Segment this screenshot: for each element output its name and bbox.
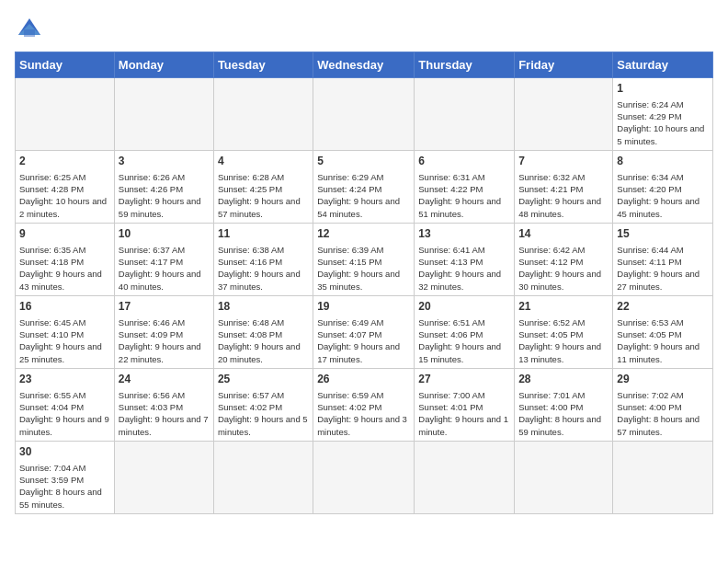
calendar-cell: 18Sunrise: 6:48 AM Sunset: 4:08 PM Dayli…	[213, 295, 313, 368]
day-number: 16	[19, 299, 110, 315]
day-number: 29	[617, 372, 709, 387]
day-number: 13	[418, 226, 510, 242]
calendar-cell: 22Sunrise: 6:53 AM Sunset: 4:05 PM Dayli…	[613, 295, 713, 368]
calendar-cell: 25Sunrise: 6:57 AM Sunset: 4:02 PM Dayli…	[213, 368, 313, 441]
calendar-week-row: 30Sunrise: 7:04 AM Sunset: 3:59 PM Dayli…	[16, 441, 713, 513]
day-info: Sunrise: 7:02 AM Sunset: 4:00 PM Dayligh…	[617, 389, 709, 438]
calendar-cell: 4Sunrise: 6:28 AM Sunset: 4:25 PM Daylig…	[213, 150, 313, 223]
day-info: Sunrise: 6:24 AM Sunset: 4:29 PM Dayligh…	[617, 98, 709, 147]
calendar-cell: 11Sunrise: 6:38 AM Sunset: 4:16 PM Dayli…	[213, 223, 313, 295]
calendar-cell: 24Sunrise: 6:56 AM Sunset: 4:03 PM Dayli…	[114, 368, 213, 441]
calendar-table: SundayMondayTuesdayWednesdayThursdayFrid…	[15, 52, 713, 514]
calendar-cell: 15Sunrise: 6:44 AM Sunset: 4:11 PM Dayli…	[613, 223, 713, 295]
page-header	[15, 15, 713, 40]
svg-rect-2	[24, 29, 35, 37]
calendar-week-row: 2Sunrise: 6:25 AM Sunset: 4:28 PM Daylig…	[16, 150, 713, 223]
calendar-week-row: 16Sunrise: 6:45 AM Sunset: 4:10 PM Dayli…	[16, 295, 713, 368]
calendar-cell: 14Sunrise: 6:42 AM Sunset: 4:12 PM Dayli…	[515, 223, 613, 295]
day-info: Sunrise: 7:00 AM Sunset: 4:01 PM Dayligh…	[418, 389, 510, 438]
calendar-cell: 17Sunrise: 6:46 AM Sunset: 4:09 PM Dayli…	[114, 295, 213, 368]
calendar-cell	[213, 441, 313, 513]
day-info: Sunrise: 6:57 AM Sunset: 4:02 PM Dayligh…	[218, 389, 309, 438]
day-number: 7	[518, 154, 609, 169]
day-info: Sunrise: 6:51 AM Sunset: 4:06 PM Dayligh…	[418, 316, 510, 365]
calendar-cell: 19Sunrise: 6:49 AM Sunset: 4:07 PM Dayli…	[313, 295, 415, 368]
day-info: Sunrise: 6:41 AM Sunset: 4:13 PM Dayligh…	[418, 244, 510, 293]
day-number: 23	[19, 372, 110, 387]
calendar-week-row: 9Sunrise: 6:35 AM Sunset: 4:18 PM Daylig…	[16, 223, 713, 295]
calendar-week-row: 23Sunrise: 6:55 AM Sunset: 4:04 PM Dayli…	[16, 368, 713, 441]
calendar-cell	[114, 78, 213, 151]
day-info: Sunrise: 6:55 AM Sunset: 4:04 PM Dayligh…	[19, 389, 110, 438]
day-info: Sunrise: 6:39 AM Sunset: 4:15 PM Dayligh…	[317, 244, 410, 293]
day-info: Sunrise: 6:59 AM Sunset: 4:02 PM Dayligh…	[317, 389, 410, 438]
day-number: 8	[617, 154, 709, 169]
calendar-cell	[213, 78, 313, 151]
day-info: Sunrise: 6:32 AM Sunset: 4:21 PM Dayligh…	[518, 171, 609, 220]
calendar-cell: 29Sunrise: 7:02 AM Sunset: 4:00 PM Dayli…	[613, 368, 713, 441]
calendar-cell: 27Sunrise: 7:00 AM Sunset: 4:01 PM Dayli…	[415, 368, 515, 441]
calendar-cell: 1Sunrise: 6:24 AM Sunset: 4:29 PM Daylig…	[613, 78, 713, 151]
calendar-cell: 21Sunrise: 6:52 AM Sunset: 4:05 PM Dayli…	[515, 295, 613, 368]
day-number: 26	[317, 372, 410, 387]
weekday-header: Tuesday	[213, 52, 313, 78]
day-number: 25	[218, 372, 309, 387]
calendar-cell: 12Sunrise: 6:39 AM Sunset: 4:15 PM Dayli…	[313, 223, 415, 295]
weekday-header: Wednesday	[313, 52, 415, 78]
calendar-cell: 10Sunrise: 6:37 AM Sunset: 4:17 PM Dayli…	[114, 223, 213, 295]
calendar-cell: 26Sunrise: 6:59 AM Sunset: 4:02 PM Dayli…	[313, 368, 415, 441]
weekday-header: Sunday	[16, 52, 115, 78]
day-number: 15	[617, 226, 709, 242]
calendar-header-row: SundayMondayTuesdayWednesdayThursdayFrid…	[16, 52, 713, 78]
weekday-header: Monday	[114, 52, 213, 78]
calendar-cell: 13Sunrise: 6:41 AM Sunset: 4:13 PM Dayli…	[415, 223, 515, 295]
calendar-cell	[313, 441, 415, 513]
day-info: Sunrise: 6:38 AM Sunset: 4:16 PM Dayligh…	[218, 244, 309, 293]
calendar-week-row: 1Sunrise: 6:24 AM Sunset: 4:29 PM Daylig…	[16, 78, 713, 151]
day-number: 24	[119, 372, 210, 387]
day-number: 9	[19, 226, 110, 242]
calendar-cell	[515, 78, 613, 151]
day-info: Sunrise: 6:44 AM Sunset: 4:11 PM Dayligh…	[617, 244, 709, 293]
day-info: Sunrise: 6:35 AM Sunset: 4:18 PM Dayligh…	[19, 244, 110, 293]
day-info: Sunrise: 6:42 AM Sunset: 4:12 PM Dayligh…	[518, 244, 609, 293]
calendar-cell	[415, 78, 515, 151]
day-info: Sunrise: 6:28 AM Sunset: 4:25 PM Dayligh…	[218, 171, 309, 220]
day-number: 21	[518, 299, 609, 315]
day-number: 14	[518, 226, 609, 242]
day-number: 30	[19, 444, 110, 460]
day-info: Sunrise: 6:45 AM Sunset: 4:10 PM Dayligh…	[19, 316, 110, 365]
calendar-cell	[515, 441, 613, 513]
day-info: Sunrise: 6:31 AM Sunset: 4:22 PM Dayligh…	[418, 171, 510, 220]
calendar-cell	[16, 78, 115, 151]
day-info: Sunrise: 6:34 AM Sunset: 4:20 PM Dayligh…	[617, 171, 709, 220]
calendar-cell: 16Sunrise: 6:45 AM Sunset: 4:10 PM Dayli…	[16, 295, 115, 368]
day-info: Sunrise: 6:26 AM Sunset: 4:26 PM Dayligh…	[119, 171, 210, 220]
day-info: Sunrise: 6:37 AM Sunset: 4:17 PM Dayligh…	[119, 244, 210, 293]
day-info: Sunrise: 6:52 AM Sunset: 4:05 PM Dayligh…	[518, 316, 609, 365]
calendar-cell: 5Sunrise: 6:29 AM Sunset: 4:24 PM Daylig…	[313, 150, 415, 223]
day-number: 19	[317, 299, 410, 315]
day-number: 10	[119, 226, 210, 242]
day-number: 28	[518, 372, 609, 387]
calendar-cell: 30Sunrise: 7:04 AM Sunset: 3:59 PM Dayli…	[16, 441, 115, 513]
weekday-header: Thursday	[415, 52, 515, 78]
calendar-cell: 20Sunrise: 6:51 AM Sunset: 4:06 PM Dayli…	[415, 295, 515, 368]
day-info: Sunrise: 6:53 AM Sunset: 4:05 PM Dayligh…	[617, 316, 709, 365]
day-number: 20	[418, 299, 510, 315]
calendar-cell	[114, 441, 213, 513]
calendar-cell: 23Sunrise: 6:55 AM Sunset: 4:04 PM Dayli…	[16, 368, 115, 441]
day-info: Sunrise: 7:01 AM Sunset: 4:00 PM Dayligh…	[518, 389, 609, 438]
day-info: Sunrise: 6:56 AM Sunset: 4:03 PM Dayligh…	[119, 389, 210, 438]
day-number: 5	[317, 154, 410, 169]
day-number: 18	[218, 299, 309, 315]
calendar-cell: 2Sunrise: 6:25 AM Sunset: 4:28 PM Daylig…	[16, 150, 115, 223]
calendar-cell	[415, 441, 515, 513]
calendar-cell	[313, 78, 415, 151]
day-info: Sunrise: 6:49 AM Sunset: 4:07 PM Dayligh…	[317, 316, 410, 365]
day-number: 2	[19, 154, 110, 169]
weekday-header: Friday	[515, 52, 613, 78]
day-number: 11	[218, 226, 309, 242]
day-number: 4	[218, 154, 309, 169]
calendar-cell: 3Sunrise: 6:26 AM Sunset: 4:26 PM Daylig…	[114, 150, 213, 223]
